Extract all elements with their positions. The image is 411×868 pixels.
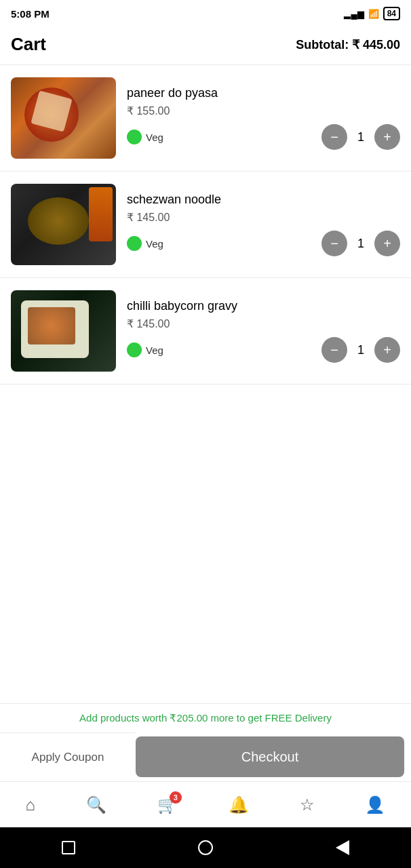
cart-badge: 3 [170, 791, 182, 804]
item-price-chilli: ₹ 145.00 [127, 317, 400, 330]
subtotal-value: ₹ 445.00 [352, 38, 400, 52]
veg-badge-chilli: Veg [127, 342, 163, 357]
cart-item-chilli: chilli babycorn gravy ₹ 145.00 Veg − 1 + [0, 278, 411, 384]
android-home-button[interactable] [198, 840, 213, 855]
bottom-nav: ⌂ 🔍 🛒 3 🔔 ☆ 👤 [0, 781, 411, 827]
quantity-value-noodle: 1 [355, 237, 366, 251]
signal-icon: ▂▄▆ [344, 9, 364, 19]
wifi-icon: 📶 [368, 9, 379, 19]
nav-profile[interactable]: 👤 [357, 790, 393, 820]
veg-dot-chilli [127, 342, 142, 357]
bottom-section: Add products worth ₹205.00 more to get F… [0, 703, 411, 781]
android-recent-button[interactable] [62, 841, 75, 854]
veg-badge-noodle: Veg [127, 236, 163, 251]
quantity-value-chilli: 1 [355, 343, 366, 357]
item-details-paneer: paneer do pyasa ₹ 155.00 Veg − 1 + [127, 86, 400, 150]
veg-label-paneer: Veg [146, 132, 163, 143]
cart-items-list: paneer do pyasa ₹ 155.00 Veg − 1 + schez… [0, 65, 411, 544]
cart-item-paneer: paneer do pyasa ₹ 155.00 Veg − 1 + [0, 65, 411, 172]
subtotal-label: Subtotal: [296, 38, 349, 52]
veg-label-noodle: Veg [146, 238, 163, 250]
decrease-btn-paneer[interactable]: − [321, 124, 347, 150]
item-name-chilli: chilli babycorn gravy [127, 299, 400, 313]
battery-icon: 84 [383, 7, 400, 20]
veg-badge-paneer: Veg [127, 130, 163, 144]
decrease-btn-chilli[interactable]: − [321, 337, 347, 363]
free-delivery-text: Add products worth ₹205.00 more to get F… [79, 712, 332, 724]
nav-favorites[interactable]: ☆ [292, 790, 323, 820]
veg-dot-paneer [127, 130, 142, 144]
veg-dot-noodle [127, 236, 142, 251]
increase-btn-paneer[interactable]: + [374, 124, 400, 150]
item-details-noodle: schezwan noodle ₹ 145.00 Veg − 1 + [127, 193, 400, 256]
free-delivery-bar: Add products worth ₹205.00 more to get F… [0, 703, 411, 732]
item-name-noodle: schezwan noodle [127, 193, 400, 207]
android-nav-bar [0, 827, 411, 868]
item-image-chilli [11, 290, 116, 372]
android-back-button[interactable] [336, 840, 349, 855]
item-price-noodle: ₹ 145.00 [127, 211, 400, 224]
item-bottom-chilli: Veg − 1 + [127, 337, 400, 363]
quantity-control-noodle: − 1 + [321, 231, 400, 256]
cart-header: Cart Subtotal: ₹ 445.00 [0, 27, 411, 64]
star-icon: ☆ [300, 795, 315, 814]
item-image-noodle [11, 184, 116, 265]
status-icons: ▂▄▆ 📶 84 [344, 7, 400, 20]
content-spacer [0, 544, 411, 703]
item-name-paneer: paneer do pyasa [127, 86, 400, 100]
search-icon: 🔍 [86, 795, 106, 814]
increase-btn-chilli[interactable]: + [374, 337, 400, 363]
subtotal-section: Subtotal: ₹ 445.00 [296, 37, 400, 52]
nav-notifications[interactable]: 🔔 [220, 790, 257, 820]
nav-search[interactable]: 🔍 [78, 790, 115, 820]
decrease-btn-noodle[interactable]: − [321, 231, 347, 256]
apply-coupon-button[interactable]: Apply Coupon [0, 732, 136, 781]
action-bar: Apply Coupon Checkout [0, 732, 411, 781]
quantity-control-paneer: − 1 + [321, 124, 400, 150]
nav-home[interactable]: ⌂ [17, 790, 43, 820]
veg-label-chilli: Veg [146, 344, 163, 356]
item-details-chilli: chilli babycorn gravy ₹ 145.00 Veg − 1 + [127, 299, 400, 363]
page-title: Cart [11, 34, 46, 55]
home-icon: ⌂ [25, 795, 35, 814]
item-bottom-paneer: Veg − 1 + [127, 124, 400, 150]
person-icon: 👤 [365, 795, 385, 814]
cart-item-noodle: schezwan noodle ₹ 145.00 Veg − 1 + [0, 172, 411, 278]
quantity-value-paneer: 1 [355, 130, 366, 144]
nav-cart[interactable]: 🛒 3 [149, 790, 186, 820]
status-bar: 5:08 PM ▂▄▆ 📶 84 [0, 0, 411, 27]
item-image-paneer [11, 77, 116, 159]
quantity-control-chilli: − 1 + [321, 337, 400, 363]
bell-icon: 🔔 [229, 795, 249, 814]
status-time: 5:08 PM [11, 8, 50, 20]
item-price-paneer: ₹ 155.00 [127, 104, 400, 117]
checkout-button[interactable]: Checkout [136, 736, 404, 777]
increase-btn-noodle[interactable]: + [374, 231, 400, 256]
item-bottom-noodle: Veg − 1 + [127, 231, 400, 256]
